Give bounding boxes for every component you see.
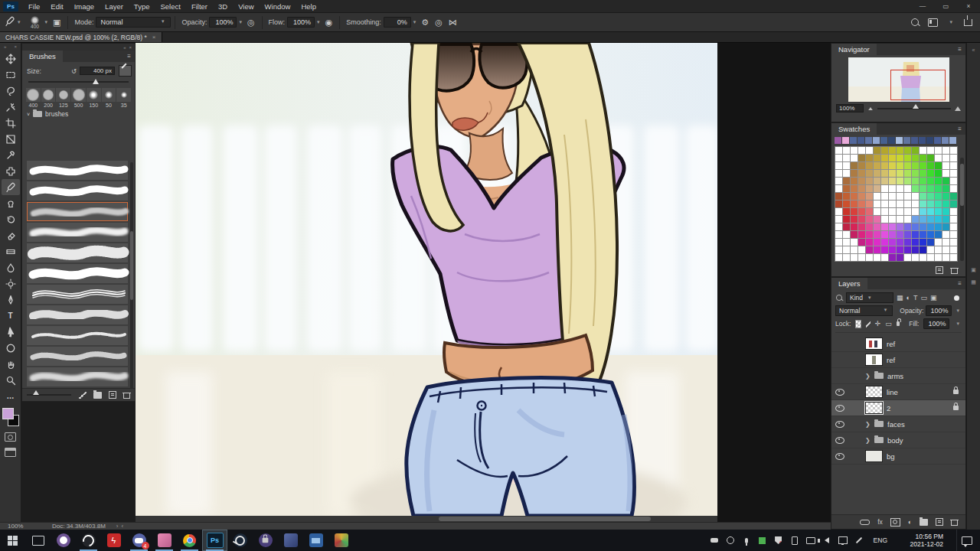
gradient-tool[interactable] [2, 243, 20, 259]
swatch-cell[interactable] [881, 231, 888, 238]
menu-select[interactable]: Select [155, 0, 185, 13]
swatch-cell[interactable] [920, 193, 926, 200]
swatch-cell[interactable] [874, 246, 880, 253]
swatch-cell[interactable] [851, 170, 858, 177]
swatch-cell[interactable] [920, 201, 926, 207]
swatch-cell[interactable] [874, 223, 880, 230]
tab-close-icon[interactable]: × [152, 34, 156, 41]
new-brush-icon[interactable] [109, 391, 116, 399]
brush-group-row[interactable]: ˅ brushes [27, 110, 130, 118]
brush-stroke-item[interactable] [27, 326, 128, 345]
swatch-cell[interactable] [920, 162, 926, 169]
swatch-cell[interactable] [897, 223, 903, 230]
pen-tray[interactable] [854, 536, 864, 545]
swatch-cell[interactable] [835, 208, 842, 215]
swatch-cell[interactable] [835, 155, 842, 161]
swatch-cell[interactable] [889, 246, 896, 253]
swatch-cell[interactable] [843, 162, 850, 169]
taskbar-clock[interactable]: 10:56 PM 2021-12-02 [897, 533, 943, 548]
swatch-cell[interactable] [904, 231, 911, 238]
swatch-cell[interactable] [858, 193, 865, 200]
status-arrow-icon[interactable]: › [116, 523, 119, 530]
swatch-cell[interactable] [874, 216, 880, 223]
swatch-cell[interactable] [874, 162, 880, 169]
filter-type-icon[interactable]: T [913, 294, 918, 302]
swatch-cell[interactable] [866, 170, 873, 177]
swatch-cell[interactable] [835, 246, 842, 253]
swatch-cell[interactable] [874, 254, 880, 261]
chevron-down-icon[interactable]: ▾ [239, 19, 242, 25]
swatch-cell[interactable] [889, 147, 896, 154]
display-tray[interactable] [838, 536, 848, 545]
swatch-cell[interactable] [912, 162, 919, 169]
collapse-panel-icon[interactable]: « [123, 45, 126, 50]
panel-menu-icon[interactable]: ≡ [958, 126, 962, 132]
speaker-tray[interactable] [822, 536, 831, 545]
layer-row-ref[interactable]: ref [831, 352, 965, 368]
swatch-cell[interactable] [881, 201, 888, 207]
swatch-cell[interactable] [912, 254, 919, 261]
swatch-cell[interactable] [912, 239, 919, 246]
swatch-cell[interactable] [843, 208, 850, 215]
swatch-cell[interactable] [950, 208, 957, 215]
layer-thumbnail[interactable] [865, 386, 883, 398]
swatch-cell[interactable] [874, 178, 880, 184]
twisty-icon[interactable]: ˅ [27, 112, 30, 117]
device-tray[interactable] [806, 536, 815, 545]
swatch-cell[interactable] [881, 239, 888, 246]
swatch-cell[interactable] [942, 155, 949, 161]
swatch-cell[interactable] [889, 170, 896, 177]
swatch-cell[interactable] [858, 246, 865, 253]
swatch-cell[interactable] [843, 239, 850, 246]
swatch-cell[interactable] [942, 231, 949, 238]
lock-all-icon[interactable] [897, 321, 900, 326]
navigator-zoom-field[interactable]: 100% [836, 104, 864, 112]
swatch-cell[interactable] [942, 223, 949, 230]
swatch-cell[interactable] [904, 162, 911, 169]
flow-field[interactable]: 100% [287, 17, 315, 28]
swatch-cell[interactable] [866, 239, 873, 246]
close-panel-icon[interactable]: × [129, 45, 132, 50]
swatch-cell[interactable] [904, 185, 911, 192]
swatch-cell[interactable] [927, 193, 934, 200]
swatch-cell[interactable] [942, 246, 949, 253]
swatch-cell[interactable] [942, 147, 949, 154]
swatch-cell[interactable] [927, 208, 934, 215]
swatch-cell[interactable] [835, 239, 842, 246]
swatch-cell[interactable] [874, 185, 880, 192]
navigator-zoom-slider[interactable] [877, 108, 951, 109]
start-button[interactable] [0, 530, 25, 551]
swatch-cell[interactable] [927, 170, 934, 177]
swatch-cell[interactable] [843, 246, 850, 253]
layer-row-bg[interactable]: bg [831, 448, 965, 465]
zoom-tool[interactable] [2, 372, 20, 388]
swatch-cell[interactable] [950, 246, 957, 253]
brush-preset-500[interactable] [71, 88, 86, 102]
swatch-cell[interactable] [897, 185, 903, 192]
twisty-icon[interactable]: ❯ [865, 437, 871, 444]
swatch-cell[interactable] [935, 246, 942, 253]
swatch-cell[interactable] [851, 201, 858, 207]
swatch-cell[interactable] [851, 193, 858, 200]
document-tab[interactable]: CHARS CASSIE NEW.psd @ 100% (2, RGB/8) *… [0, 32, 162, 42]
swatch-cell[interactable] [942, 170, 949, 177]
swatch-cell[interactable] [889, 254, 896, 261]
swatch-cell[interactable] [920, 239, 926, 246]
swatch-cell[interactable] [889, 201, 896, 207]
swatch-cell[interactable] [881, 216, 888, 223]
swatch-cell[interactable] [858, 147, 865, 154]
layer-thumbnail[interactable] [865, 354, 883, 366]
swatch-cell[interactable] [897, 254, 903, 261]
swatch-cell[interactable] [858, 185, 865, 192]
swatch-cell[interactable] [889, 239, 896, 246]
toggle-brush-panel-icon[interactable]: ▣ [53, 18, 60, 28]
swatch-cell[interactable] [889, 185, 896, 192]
blur-tool[interactable] [2, 259, 20, 276]
swatch-cell[interactable] [920, 223, 926, 230]
swatch-cell[interactable] [927, 239, 934, 246]
swatch-cell[interactable] [881, 147, 888, 154]
swatch-cell[interactable] [935, 185, 942, 192]
swatch-cell[interactable] [889, 208, 896, 215]
adjustment-layer-icon[interactable]: ◐ [908, 518, 912, 526]
swatch-cell[interactable] [866, 208, 873, 215]
